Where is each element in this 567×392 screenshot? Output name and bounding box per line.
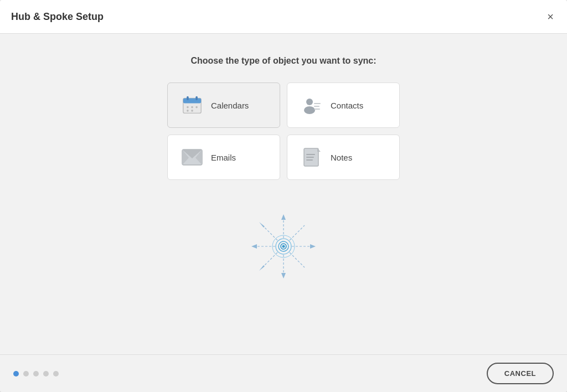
emails-label: Emails (211, 153, 236, 162)
notes-label: Notes (331, 153, 352, 162)
modal-body: Choose the type of object you want to sy… (0, 34, 567, 354)
dot-1 (13, 371, 19, 376)
dot-4 (43, 371, 49, 376)
svg-rect-11 (314, 103, 321, 104)
svg-point-5 (191, 106, 193, 109)
option-contacts[interactable]: Contacts (287, 82, 400, 128)
option-notes[interactable]: Notes (287, 135, 400, 180)
svg-marker-30 (281, 214, 286, 220)
notes-icon (301, 146, 323, 168)
svg-marker-34 (259, 222, 265, 228)
svg-point-8 (191, 110, 193, 112)
svg-line-26 (262, 225, 277, 240)
option-emails[interactable]: Emails (167, 135, 280, 180)
modal-footer: CANCEL (0, 354, 567, 392)
svg-point-10 (304, 106, 315, 114)
calendars-icon (181, 94, 203, 116)
svg-point-42 (282, 245, 285, 248)
option-calendars[interactable]: Calendars (167, 82, 280, 128)
contacts-label: Contacts (331, 101, 363, 110)
dot-5 (53, 371, 59, 376)
dot-3 (33, 371, 39, 376)
svg-rect-21 (306, 159, 313, 161)
modal-header: Hub & Spoke Setup × (0, 0, 567, 34)
svg-marker-37 (302, 265, 308, 271)
svg-rect-19 (306, 154, 315, 155)
dot-2 (23, 371, 29, 376)
svg-marker-35 (302, 222, 308, 228)
svg-point-7 (187, 110, 189, 112)
close-button[interactable]: × (545, 9, 556, 24)
progress-dots (13, 371, 59, 376)
svg-rect-20 (306, 157, 314, 158)
svg-rect-3 (195, 96, 198, 100)
options-grid: Calendars Contacts (167, 82, 400, 180)
svg-line-29 (290, 252, 305, 267)
hub-spoke-modal: Hub & Spoke Setup × Choose the type of o… (0, 0, 567, 392)
svg-point-4 (187, 106, 189, 109)
contacts-icon (301, 94, 323, 116)
svg-point-9 (306, 99, 313, 105)
svg-rect-13 (314, 109, 320, 110)
svg-line-28 (262, 252, 277, 267)
svg-marker-32 (251, 244, 257, 249)
svg-line-27 (290, 225, 305, 240)
svg-marker-36 (259, 265, 265, 271)
svg-marker-31 (281, 273, 286, 278)
svg-rect-1 (183, 98, 201, 103)
calendars-label: Calendars (211, 101, 249, 110)
prompt-text: Choose the type of object you want to sy… (190, 56, 376, 66)
hub-spoke-diagram (239, 202, 328, 291)
svg-point-6 (195, 106, 198, 109)
svg-rect-12 (314, 106, 319, 107)
modal-title: Hub & Spoke Setup (11, 11, 104, 23)
cancel-button[interactable]: CANCEL (487, 363, 554, 384)
emails-icon (181, 146, 203, 168)
svg-rect-2 (187, 96, 189, 100)
svg-marker-33 (310, 244, 316, 249)
